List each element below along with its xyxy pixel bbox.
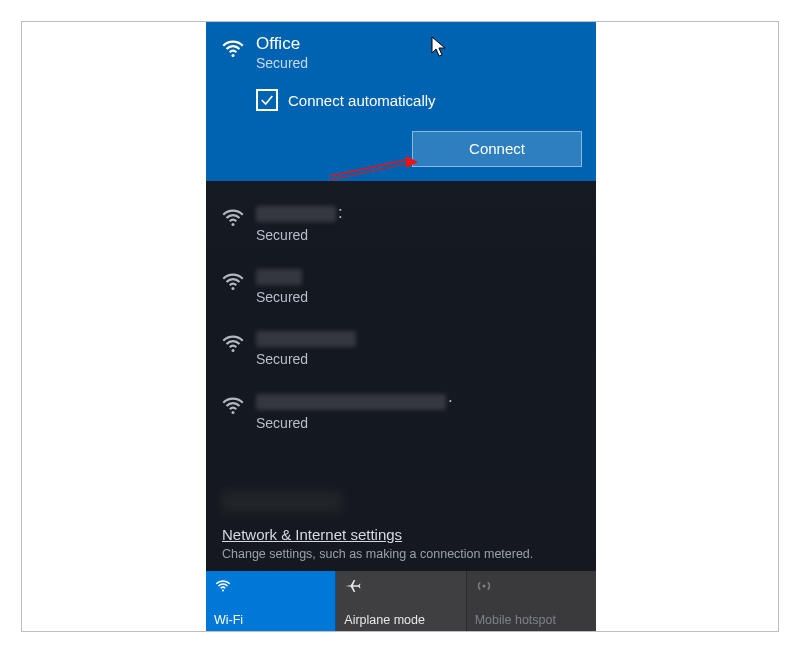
network-ssid-blurred [256,331,356,347]
airplane-mode-tile[interactable]: Airplane mode [336,571,466,631]
network-item[interactable]: Secured [206,317,596,379]
auto-connect-label: Connect automatically [288,92,436,109]
svg-point-7 [231,411,234,414]
svg-point-6 [231,349,234,352]
selected-network-ssid: Office [256,34,308,54]
network-ssid-blurred [256,394,446,410]
auto-connect-row[interactable]: Connect automatically [256,89,582,111]
mobile-hotspot-tile[interactable]: Mobile hotspot [467,571,596,631]
available-networks-list: : Secured Secured [206,181,596,443]
airplane-icon [344,577,362,595]
hotspot-icon [475,577,493,595]
settings-section: Network & Internet settings Change setti… [206,526,596,571]
hotspot-tile-label: Mobile hotspot [475,613,588,627]
svg-point-8 [222,590,224,592]
network-ssid-punct: · [448,391,453,411]
wifi-icon [220,393,246,419]
selected-network-status: Secured [256,55,308,71]
annotation-arrow-icon [328,152,418,182]
wifi-icon [220,269,246,295]
network-settings-link[interactable]: Network & Internet settings [222,526,402,543]
svg-point-9 [482,585,485,588]
wifi-icon [220,36,246,62]
wifi-tile[interactable]: Wi-Fi [206,571,336,631]
screenshot-frame: Office Secured Connect automatically Con… [21,21,779,632]
network-status: Secured [256,227,343,243]
svg-line-1 [330,160,406,176]
wifi-icon [220,331,246,357]
svg-point-4 [231,223,234,226]
network-ssid-blurred [256,206,336,222]
network-status: Secured [256,289,308,305]
network-flyout-panel: Office Secured Connect automatically Con… [206,22,596,631]
wifi-icon [220,205,246,231]
network-ssid-blurred [256,269,302,285]
auto-connect-checkbox[interactable] [256,89,278,111]
selected-network[interactable]: Office Secured Connect automatically Con… [206,22,596,181]
connect-button[interactable]: Connect [412,131,582,167]
network-status: Secured [256,415,453,431]
wifi-icon [214,577,232,595]
network-item[interactable]: · Secured [206,379,596,443]
network-ssid-punct: : [338,203,343,223]
svg-point-5 [231,287,234,290]
network-item[interactable]: Secured [206,255,596,317]
checkmark-icon [259,92,275,108]
airplane-tile-label: Airplane mode [344,613,457,627]
network-item[interactable]: : Secured [206,191,596,255]
settings-description: Change settings, such as making a connec… [222,547,580,561]
wifi-tile-label: Wi-Fi [214,613,327,627]
partial-network-blurred [222,491,342,513]
svg-point-0 [231,54,234,57]
svg-line-2 [330,164,406,180]
quick-action-tiles: Wi-Fi Airplane mode Mobile hotspot [206,571,596,631]
network-status: Secured [256,351,358,367]
